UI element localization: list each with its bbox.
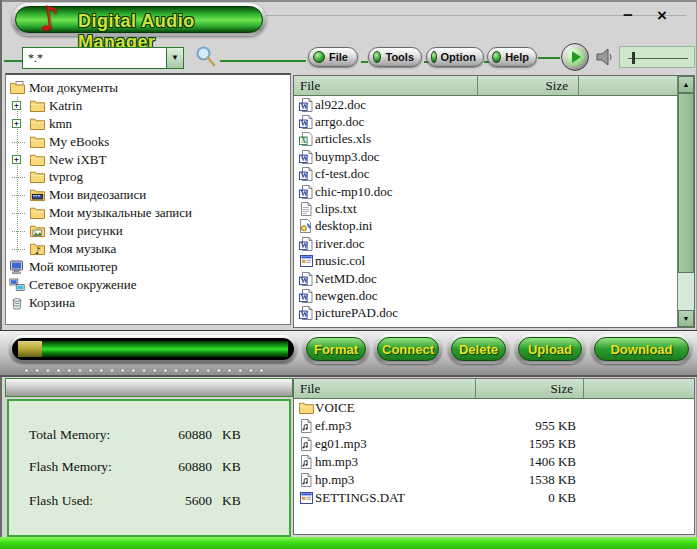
tree-item-label: Мои документы: [29, 80, 118, 96]
expand-plus-icon[interactable]: +: [12, 155, 21, 164]
column-header-size[interactable]: Size: [478, 76, 579, 96]
volume-thumb[interactable]: [632, 52, 635, 64]
word-doc-icon: W: [297, 150, 315, 164]
tree-item-4[interactable]: +New iXBT: [6, 151, 290, 169]
column-header-size[interactable]: Size: [476, 379, 584, 399]
scrollbar-thumb[interactable]: [678, 93, 694, 273]
file-size: 1538 KB: [476, 472, 584, 488]
file-row-2[interactable]: Xarticles.xls: [294, 131, 694, 148]
tree-item-9[interactable]: ♪Моя музыка: [6, 240, 290, 258]
download-button[interactable]: Download: [591, 334, 692, 364]
menu-label: Option: [441, 51, 483, 63]
file-name: iriver.doc: [315, 236, 478, 252]
memory-info-panel: Total Memory:60880KBFlash Memory:60880KB…: [7, 399, 291, 537]
tree-item-2[interactable]: +kmn: [6, 115, 290, 133]
audio-file-icon: [297, 473, 315, 487]
expand-plus-icon[interactable]: +: [12, 101, 21, 110]
svg-text:W: W: [301, 171, 309, 180]
folder-icon: [28, 171, 46, 183]
tree-item-6[interactable]: Мои видеозаписи: [6, 186, 290, 204]
file-size: 1595 KB: [476, 436, 584, 452]
folder-documents-icon: [8, 81, 26, 94]
file-row-6[interactable]: clips.txt: [294, 200, 694, 217]
tree-item-label: Мои рисунки: [49, 223, 123, 239]
memory-panel-header: [5, 378, 293, 397]
file-row-7[interactable]: desktop.ini: [294, 218, 694, 235]
memory-unit: KB: [222, 459, 241, 475]
expand-plus-icon[interactable]: +: [12, 119, 21, 128]
folder-icon: [28, 154, 46, 166]
column-header-file[interactable]: File: [294, 379, 476, 399]
scroll-down-button[interactable]: ▼: [678, 310, 694, 327]
menu-button-help[interactable]: Help: [487, 47, 537, 67]
tree-item-5[interactable]: tvprog: [6, 168, 290, 186]
file-row-2[interactable]: eg01.mp31595 KB: [294, 435, 694, 453]
column-header-blank: [584, 379, 694, 399]
file-name: hm.mp3: [315, 454, 476, 470]
file-name: cf-test.doc: [315, 166, 478, 182]
tree-item-7[interactable]: Мои музыкальные записи: [6, 204, 290, 222]
chevron-down-icon[interactable]: ▼: [166, 48, 183, 68]
file-name: SETTINGS.DAT: [315, 490, 476, 506]
tree-item-12[interactable]: Корзина: [6, 294, 290, 312]
file-row-11[interactable]: Wnewgen.doc: [294, 287, 694, 304]
svg-text:♪: ♪: [35, 245, 41, 255]
file-row-5[interactable]: SETTINGS.DAT0 KB: [294, 489, 694, 507]
menu-label: File: [329, 51, 355, 63]
file-filter-dropdown[interactable]: *.* ▼: [22, 47, 184, 69]
file-row-0[interactable]: Wal922.doc: [294, 96, 694, 113]
play-button[interactable]: [561, 43, 589, 71]
svg-text:W: W: [301, 154, 309, 163]
tree-item-8[interactable]: Мои рисунки: [6, 222, 290, 240]
delete-button[interactable]: Delete: [448, 334, 509, 364]
file-row-4[interactable]: Wcf-test.doc: [294, 166, 694, 183]
file-row-0[interactable]: VOICE: [294, 399, 694, 417]
tree-item-11[interactable]: Сетевое окружение: [6, 276, 290, 294]
memory-unit: KB: [222, 427, 241, 443]
word-doc-icon: W: [297, 98, 315, 112]
upload-button[interactable]: Upload: [515, 334, 585, 364]
file-row-3[interactable]: Wbuymp3.doc: [294, 148, 694, 165]
file-row-5[interactable]: Wchic-mp10.doc: [294, 183, 694, 200]
file-row-10[interactable]: WNetMD.doc: [294, 270, 694, 287]
file-row-9[interactable]: music.col: [294, 253, 694, 270]
tree-item-1[interactable]: +Katrin: [6, 97, 290, 115]
file-row-12[interactable]: WpicturePAD.doc: [294, 305, 694, 322]
close-button[interactable]: ×: [650, 5, 674, 27]
file-row-8[interactable]: Wiriver.doc: [294, 235, 694, 252]
svg-text:W: W: [301, 102, 309, 111]
folder-picture-icon: [28, 225, 46, 237]
menu-button-tools[interactable]: Tools: [368, 47, 422, 67]
file-row-4[interactable]: hp.mp31538 KB: [294, 471, 694, 489]
tree-item-3[interactable]: My eBooks: [6, 133, 290, 151]
menu-button-option[interactable]: Option: [426, 47, 484, 67]
vertical-scrollbar[interactable]: ▲ ▼: [677, 76, 694, 327]
volume-slider[interactable]: [619, 46, 695, 68]
volume-track: [628, 58, 688, 59]
column-header-file[interactable]: File: [294, 76, 478, 96]
menu-button-file[interactable]: File: [308, 47, 358, 67]
tree-guide-stub: [12, 249, 25, 250]
memory-row-0: Total Memory:60880KB: [9, 427, 289, 445]
folder-tree-panel: Мои документы+Katrin+kmnMy eBooks+New iX…: [5, 73, 291, 325]
tree-item-label: Корзина: [29, 295, 75, 311]
tree-item-label: kmn: [49, 116, 72, 132]
file-row-1[interactable]: Warrgo.doc: [294, 113, 694, 130]
file-row-1[interactable]: ef.mp3955 KB: [294, 417, 694, 435]
file-row-3[interactable]: hm.mp31406 KB: [294, 453, 694, 471]
memory-row-2: Flash Used:5600KB: [9, 493, 289, 511]
format-button[interactable]: Format: [303, 334, 369, 364]
tree-item-10[interactable]: Мой компьютер: [6, 258, 290, 276]
ini-file-icon: [297, 219, 315, 233]
connector-line: [361, 61, 368, 63]
connect-button[interactable]: Connect: [374, 334, 442, 364]
speaker-icon[interactable]: [594, 46, 616, 72]
tree-item-0[interactable]: Мои документы: [6, 79, 290, 97]
text-file-icon: [297, 202, 315, 216]
upload-button-label: Upload: [528, 342, 572, 357]
svg-text:W: W: [301, 293, 309, 302]
search-icon[interactable]: [194, 45, 218, 69]
led-icon: [313, 51, 325, 63]
scroll-up-button[interactable]: ▲: [678, 76, 694, 93]
minimize-button[interactable]: −: [616, 5, 640, 27]
